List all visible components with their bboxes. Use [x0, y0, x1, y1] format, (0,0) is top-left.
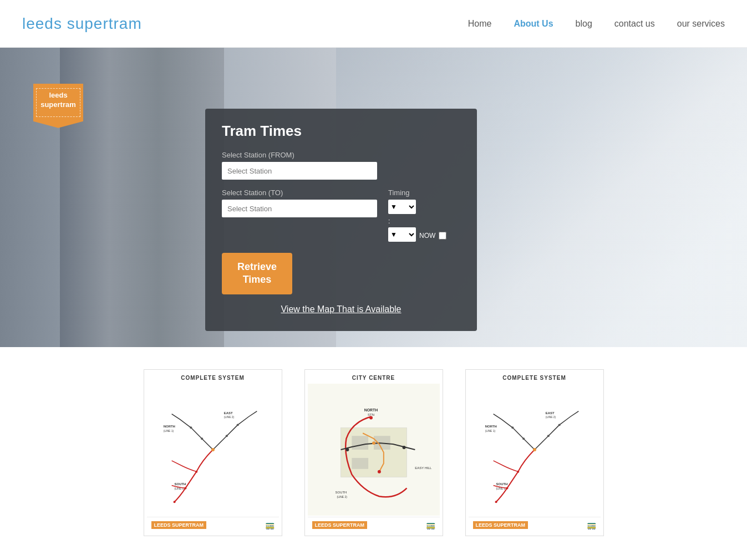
- svg-point-14: [173, 501, 175, 503]
- header: leeds supertram Home About Us blog conta…: [0, 0, 747, 48]
- svg-point-25: [369, 416, 373, 420]
- svg-text:NORTH: NORTH: [163, 425, 175, 428]
- svg-rect-17: [352, 436, 368, 450]
- nav-contact[interactable]: contact us: [614, 19, 655, 29]
- banner-line1: leeds: [49, 91, 67, 99]
- svg-point-43: [506, 487, 508, 489]
- widget-title: Tram Times: [222, 123, 460, 140]
- map-card-1[interactable]: COMPLETE SYSTEM NORTH (LINE 1) EAST (LIN…: [144, 369, 282, 536]
- map-1-footer-logo: LEEDS SUPERTRAM: [151, 521, 207, 529]
- svg-point-8: [225, 435, 227, 437]
- map-1-icon: 🚃: [265, 521, 275, 530]
- svg-text:SOUTH: SOUTH: [335, 491, 347, 494]
- nav-home[interactable]: Home: [468, 19, 492, 29]
- svg-point-42: [517, 471, 519, 473]
- map-card-3[interactable]: COMPLETE SYSTEM NORTH (LINE 1) EAST (LIN…: [465, 369, 604, 536]
- svg-point-39: [558, 424, 560, 426]
- map-2-svg: NORTH STN EASY HILL SOUTH (LINE 2): [308, 383, 440, 516]
- svg-point-41: [511, 426, 514, 429]
- nav-services[interactable]: our services: [677, 19, 725, 29]
- retrieve-line2: Times: [243, 274, 272, 285]
- site-logo[interactable]: leeds supertram: [22, 15, 142, 33]
- svg-text:EAST: EAST: [223, 411, 232, 415]
- svg-text:(LINE 2): (LINE 2): [545, 416, 556, 419]
- svg-point-40: [522, 437, 525, 440]
- maps-section: COMPLETE SYSTEM NORTH (LINE 1) EAST (LIN…: [0, 347, 747, 558]
- svg-text:EAST: EAST: [545, 411, 554, 415]
- svg-point-27: [372, 441, 375, 445]
- svg-text:(LINE 1): (LINE 1): [163, 430, 174, 432]
- map-card-1-inner: COMPLETE SYSTEM NORTH (LINE 1) EAST (LIN…: [144, 370, 282, 536]
- svg-point-12: [195, 471, 197, 473]
- svg-point-38: [547, 435, 549, 437]
- svg-text:(LINE 2): (LINE 2): [223, 416, 234, 419]
- now-label: NOW: [419, 232, 435, 240]
- map-3-title: COMPLETE SYSTEM: [469, 373, 601, 383]
- svg-point-10: [201, 437, 203, 440]
- map-card-2[interactable]: CITY CENTRE NORTH STN EASY HILL SOUTH (L…: [304, 369, 443, 536]
- svg-point-7: [211, 448, 215, 451]
- timing-minutes-select[interactable]: ▼: [388, 227, 416, 242]
- map-1-title: COMPLETE SYSTEM: [147, 373, 279, 383]
- svg-text:NORTH: NORTH: [485, 425, 496, 428]
- svg-point-37: [533, 448, 536, 451]
- svg-point-11: [190, 426, 192, 429]
- svg-point-29: [377, 470, 380, 474]
- svg-text:NORTH: NORTH: [364, 408, 378, 412]
- to-timing-row: Select Station (TO) Timing ▼ : ▼ NOW: [222, 189, 460, 244]
- map-3-svg: NORTH (LINE 1) EAST (LINE 2) SOUTH (LINE…: [469, 383, 601, 516]
- nav-about[interactable]: About Us: [514, 19, 553, 29]
- map-card-3-inner: COMPLETE SYSTEM NORTH (LINE 1) EAST (LIN…: [466, 370, 603, 536]
- from-section: Select Station (FROM): [222, 151, 460, 180]
- map-1-svg: NORTH (LINE 1) EAST (LINE 2) SOUTH (LINE…: [147, 383, 279, 516]
- svg-rect-16: [341, 427, 406, 477]
- map-image-3: COMPLETE SYSTEM NORTH (LINE 1) EAST (LIN…: [469, 373, 601, 517]
- main-nav: Home About Us blog contact us our servic…: [468, 19, 725, 29]
- svg-rect-19: [352, 458, 368, 469]
- timing-hours-select[interactable]: ▼: [388, 200, 416, 214]
- banner-logo-inner: leeds supertram: [36, 88, 80, 117]
- map-2-icon: 🚃: [426, 521, 435, 530]
- timing-section: Timing ▼ : ▼ NOW: [388, 189, 446, 244]
- map-1-footer: LEEDS SUPERTRAM 🚃: [147, 517, 279, 533]
- svg-text:SOUTH: SOUTH: [174, 482, 186, 486]
- svg-text:STN: STN: [368, 413, 374, 416]
- map-2-footer-logo: LEEDS SUPERTRAM: [312, 521, 368, 529]
- svg-point-13: [184, 487, 186, 489]
- svg-point-28: [402, 446, 405, 449]
- svg-point-9: [236, 424, 238, 426]
- svg-text:SOUTH: SOUTH: [496, 482, 507, 486]
- map-3-footer: LEEDS SUPERTRAM 🚃: [469, 517, 601, 533]
- map-2-title: CITY CENTRE: [308, 373, 440, 383]
- svg-text:(LINE 2): (LINE 2): [337, 496, 347, 498]
- banner-logo: leeds supertram: [33, 84, 83, 128]
- retrieve-times-button[interactable]: Retrieve Times: [222, 253, 292, 294]
- map-card-2-inner: CITY CENTRE NORTH STN EASY HILL SOUTH (L…: [305, 370, 443, 536]
- svg-text:EASY HILL: EASY HILL: [415, 466, 432, 470]
- svg-text:(LINE 1): (LINE 1): [485, 430, 495, 432]
- map-image-1: COMPLETE SYSTEM NORTH (LINE 1) EAST (LIN…: [147, 373, 279, 517]
- tram-door-visual: [60, 48, 224, 347]
- from-station-input[interactable]: [222, 162, 377, 180]
- map-image-2: CITY CENTRE NORTH STN EASY HILL SOUTH (L…: [308, 373, 440, 517]
- to-label: Select Station (TO): [222, 189, 377, 197]
- svg-point-44: [495, 501, 497, 503]
- to-station-input[interactable]: [222, 200, 377, 217]
- tram-times-widget: Tram Times Select Station (FROM) Select …: [205, 109, 477, 331]
- timing-colon: :: [388, 217, 446, 225]
- retrieve-line1: Retrieve: [237, 261, 277, 272]
- now-row: ▼ NOW: [388, 227, 446, 244]
- nav-blog[interactable]: blog: [576, 19, 592, 29]
- svg-point-26: [345, 448, 349, 451]
- banner-line2: supertram: [40, 100, 76, 109]
- now-checkbox[interactable]: [439, 232, 446, 240]
- timing-label: Timing: [388, 189, 446, 197]
- to-section: Select Station (TO): [222, 189, 377, 217]
- map-3-icon: 🚃: [587, 521, 596, 530]
- map-link[interactable]: View the Map That is Available: [222, 304, 460, 314]
- map-3-footer-logo: LEEDS SUPERTRAM: [473, 521, 529, 529]
- from-label: Select Station (FROM): [222, 151, 460, 159]
- hero-section: leeds supertram Tram Times Select Statio…: [0, 48, 747, 347]
- map-2-footer: LEEDS SUPERTRAM 🚃: [308, 517, 440, 533]
